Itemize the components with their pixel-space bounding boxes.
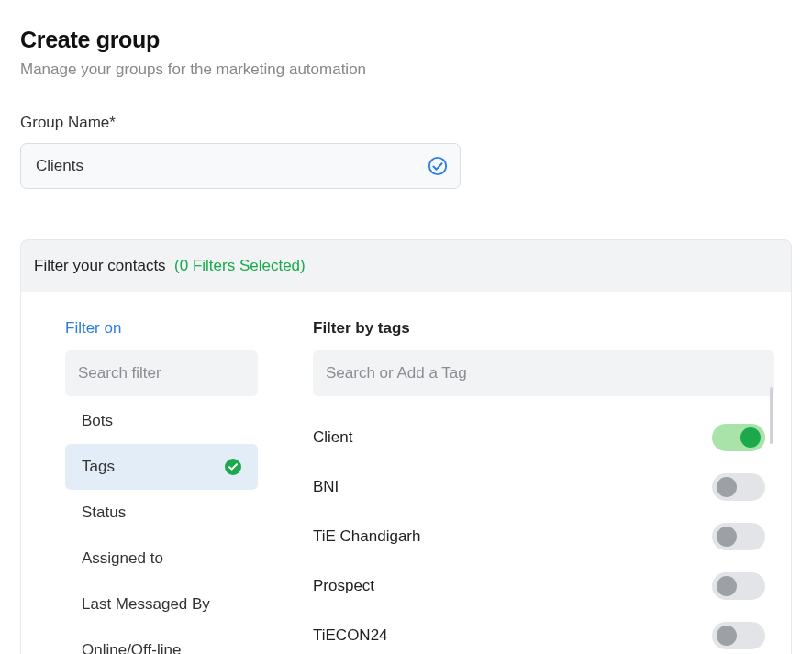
- tag-label: TiECON24: [313, 626, 388, 645]
- filter-item-tags[interactable]: Tags: [65, 444, 258, 490]
- check-circle-icon: [225, 459, 241, 475]
- page-title: Create group: [20, 27, 792, 53]
- filter-item-status[interactable]: Status: [65, 490, 258, 536]
- filters-selected-count: (0 Filters Selected): [174, 257, 306, 274]
- filter-on-label: Filter on: [65, 319, 258, 338]
- filter-item-label: Bots: [82, 412, 113, 430]
- tag-row-prospect: Prospect: [313, 561, 765, 611]
- tag-toggle-tie-chandigarh[interactable]: [712, 523, 765, 550]
- tag-toggle-prospect[interactable]: [712, 572, 765, 600]
- filter-item-online-offline[interactable]: Online/Off-line: [65, 627, 258, 654]
- filter-item-label: Online/Off-line: [82, 641, 181, 654]
- filter-item-label: Status: [82, 504, 126, 522]
- check-circle-icon: [428, 156, 448, 176]
- tag-search-input[interactable]: [313, 350, 774, 396]
- filter-item-bots[interactable]: Bots: [65, 398, 258, 444]
- search-filter-input[interactable]: [65, 350, 258, 396]
- filter-panel: Filter your contacts (0 Filters Selected…: [20, 239, 792, 654]
- tag-toggle-bni[interactable]: [712, 473, 765, 501]
- svg-point-0: [429, 158, 446, 174]
- tag-label: Prospect: [313, 577, 374, 595]
- filter-item-label: Last Messaged By: [82, 595, 210, 614]
- filter-item-label: Assigned to: [82, 549, 163, 568]
- filter-item-assigned-to[interactable]: Assigned to: [65, 536, 258, 582]
- filter-by-tags-label: Filter by tags: [313, 319, 774, 338]
- scrollbar[interactable]: [770, 387, 773, 444]
- tag-toggle-tiecon24[interactable]: [712, 622, 765, 649]
- filter-item-last-messaged-by[interactable]: Last Messaged By: [65, 582, 258, 627]
- filter-header: Filter your contacts (0 Filters Selected…: [21, 240, 791, 292]
- tag-row-bni: BNI: [313, 462, 765, 512]
- filter-item-label: Tags: [82, 458, 115, 476]
- group-name-input[interactable]: [20, 143, 461, 189]
- tag-label: Client: [313, 428, 352, 447]
- group-name-label: Group Name*: [20, 114, 792, 132]
- tag-row-tie-chandigarh: TiE Chandigarh: [313, 512, 765, 561]
- tag-label: BNI: [313, 478, 339, 496]
- filter-header-label: Filter your contacts: [34, 257, 166, 274]
- tag-row-client: Client: [313, 413, 765, 462]
- page-subtitle: Manage your groups for the marketing aut…: [20, 61, 792, 79]
- tag-label: TiE Chandigarh: [313, 527, 421, 546]
- tag-row-tiecon24: TiECON24: [313, 611, 765, 654]
- tag-toggle-client[interactable]: [712, 424, 765, 451]
